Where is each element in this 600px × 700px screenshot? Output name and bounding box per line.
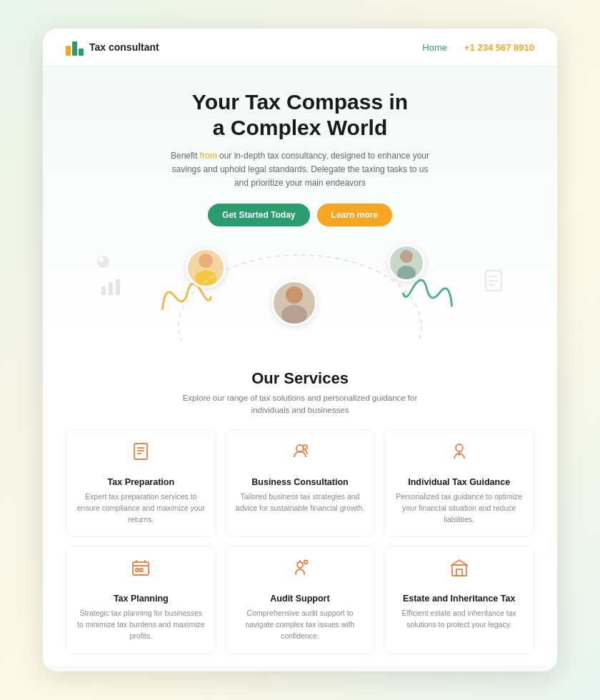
- logo-bar-2: [72, 41, 77, 56]
- service-name-1: Business Consultation: [236, 477, 365, 487]
- service-desc-5: Efficient estate and inheritance tax sol…: [394, 608, 524, 631]
- svg-rect-22: [136, 569, 139, 571]
- hero-title: Your Tax Compass in a Complex World: [57, 89, 543, 141]
- services-subtitle: Explore our range of tax solutions and p…: [179, 392, 421, 417]
- service-name-4: Audit Support: [236, 594, 365, 604]
- service-desc-4: Comprehensive audit support to navigate …: [236, 608, 365, 641]
- svg-point-20: [456, 444, 463, 451]
- logo-bar-3: [79, 49, 84, 56]
- service-name-5: Estate and Inheritance Tax: [394, 594, 524, 604]
- svg-point-8: [195, 270, 216, 286]
- logo-text: Tax consultant: [89, 41, 159, 53]
- hero-subtitle: Benefit from our in-depth tax consultanc…: [164, 149, 436, 191]
- logo-bar-1: [66, 46, 71, 56]
- service-name-2: Individual Tax Guidance: [394, 477, 524, 487]
- hero-visuals: ◕: [57, 241, 543, 341]
- avatar-1: [186, 248, 226, 288]
- svg-rect-23: [140, 569, 143, 571]
- service-card-estate-tax: Estate and Inheritance Tax Efficient est…: [384, 546, 534, 654]
- svg-point-11: [400, 250, 413, 263]
- svg-point-7: [199, 254, 213, 268]
- tax-planning-icon: [76, 558, 206, 588]
- svg-rect-2: [116, 279, 120, 295]
- tax-preparation-icon: [76, 441, 206, 471]
- business-consultation-icon: [236, 441, 365, 471]
- services-grid: Tax Preparation Expert tax preparation s…: [66, 429, 534, 654]
- service-desc-3: Strategic tax planning for businesses to…: [76, 608, 206, 641]
- svg-point-19: [303, 445, 307, 449]
- svg-point-10: [281, 305, 307, 324]
- svg-point-27: [304, 561, 307, 564]
- individual-tax-icon: [394, 441, 524, 471]
- discover-section: Discover Our Story: [43, 666, 557, 671]
- svg-rect-28: [452, 565, 466, 576]
- service-card-business-consultation: Business Consultation Tailored business …: [225, 429, 376, 537]
- service-desc-2: Personalized tax guidance to optimize yo…: [394, 491, 524, 525]
- service-desc-0: Expert tax preparation services to ensur…: [76, 491, 206, 525]
- logo-area: Tax consultant: [66, 39, 159, 56]
- svg-rect-0: [101, 286, 106, 295]
- svg-rect-14: [134, 444, 147, 459]
- learn-more-button[interactable]: Learn more: [317, 204, 392, 226]
- deco-bar-chart-icon: [100, 276, 123, 301]
- get-started-button[interactable]: Get Started Today: [208, 204, 309, 226]
- hero-section: Your Tax Compass in a Complex World Bene…: [43, 66, 557, 352]
- deco-pie-icon: ◕: [96, 251, 110, 270]
- audit-support-icon: [236, 558, 365, 588]
- browser-card: Tax consultant Home +1 234 567 8910 Your…: [43, 29, 557, 671]
- service-card-audit-support: Audit Support Comprehensive audit suppor…: [225, 546, 376, 654]
- svg-point-12: [397, 266, 416, 279]
- service-card-tax-planning: Tax Planning Strategic tax planning for …: [66, 546, 216, 654]
- svg-point-9: [286, 286, 303, 304]
- service-name-3: Tax Planning: [76, 594, 206, 604]
- header: Tax consultant Home +1 234 567 8910: [43, 29, 557, 66]
- service-name-0: Tax Preparation: [76, 477, 206, 487]
- deco-doc-icon: [484, 269, 504, 297]
- nav-phone: +1 234 567 8910: [464, 42, 534, 53]
- hero-buttons: Get Started Today Learn more: [57, 204, 543, 226]
- nav-area: Home +1 234 567 8910: [422, 42, 534, 53]
- service-card-tax-preparation: Tax Preparation Expert tax preparation s…: [66, 429, 216, 537]
- nav-home-link[interactable]: Home: [422, 42, 447, 53]
- estate-tax-icon: [394, 558, 524, 588]
- avatar-2: [271, 280, 317, 326]
- logo-icon: [66, 39, 84, 56]
- avatar-3: [388, 244, 425, 281]
- services-title: Our Services: [66, 369, 534, 388]
- services-section: Our Services Explore our range of tax so…: [43, 352, 557, 666]
- svg-rect-1: [109, 282, 113, 295]
- svg-rect-29: [456, 569, 462, 576]
- service-desc-1: Tailored business tax strategies and adv…: [236, 491, 365, 514]
- service-card-individual-tax: Individual Tax Guidance Personalized tax…: [384, 429, 534, 537]
